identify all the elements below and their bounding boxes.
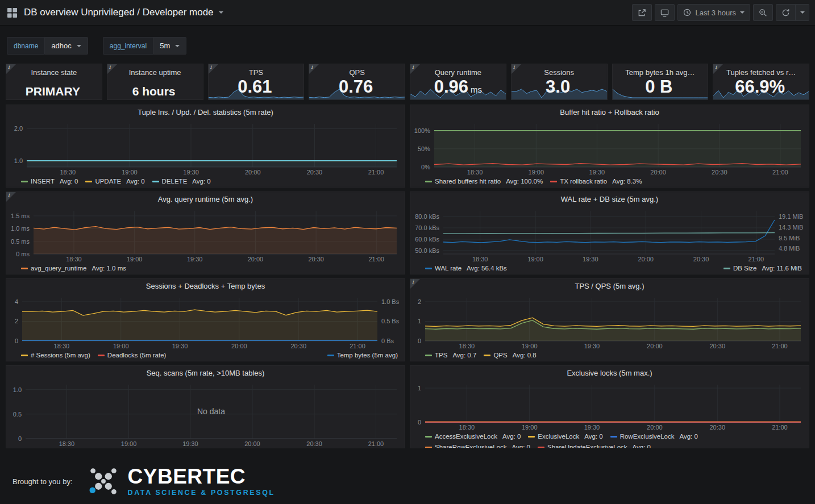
refresh-button[interactable] [776, 4, 796, 21]
svg-text:19:30: 19:30 [187, 256, 203, 263]
legend-item[interactable]: UPDATEAvg: 0 [85, 177, 144, 186]
legend-item[interactable]: Deadlocks (5m rate) [98, 351, 167, 360]
variable-value: adhoc [51, 41, 71, 50]
svg-text:20:30: 20:30 [307, 169, 323, 176]
svg-text:19:30: 19:30 [182, 440, 198, 447]
grafana-menu-icon[interactable] [0, 0, 24, 26]
svg-text:80.0 kBs: 80.0 kBs [415, 213, 439, 220]
legend-avg: Avg: 11.6 MiB [762, 264, 802, 273]
svg-text:20:00: 20:00 [647, 343, 663, 349]
svg-text:19:30: 19:30 [172, 343, 188, 349]
svg-text:20:00: 20:00 [248, 256, 264, 263]
legend-color [425, 447, 432, 448]
legend-item[interactable]: RowExclusiveLockAvg: 0 [610, 432, 698, 441]
svg-text:19:30: 19:30 [183, 169, 199, 176]
panel-title[interactable]: Buffer hit ratio + Rollback ratio [410, 105, 809, 119]
legend-item[interactable]: DELETEAvg: 0 [152, 177, 211, 186]
legend-item[interactable]: # Sessions (5m avg) [21, 351, 90, 360]
variable-agg-interval: agg_interval 5m [103, 37, 186, 55]
panel-info-icon[interactable] [209, 64, 218, 74]
legend-item[interactable]: TX rollback ratioAvg: 8.3% [550, 177, 642, 186]
svg-text:18:30: 18:30 [54, 343, 70, 349]
svg-text:1: 1 [418, 385, 421, 391]
legend-item[interactable]: ExclusiveLockAvg: 0 [528, 432, 602, 441]
panel-row-2: Avg. query runtime (5m avg.) 18:3019:001… [6, 191, 809, 274]
panel-title[interactable]: Exclusive locks (5m max.) [410, 366, 809, 380]
legend-item[interactable]: avg_query_runtimeAvg: 1.0 ms [21, 264, 126, 273]
tv-mode-button[interactable] [655, 4, 675, 21]
legend-avg: Avg: 56.4 kBs [467, 264, 507, 273]
cybertec-logo-icon [88, 465, 119, 497]
panel-title[interactable]: TPS / QPS (5m avg.) [410, 279, 809, 293]
svg-text:20:00: 20:00 [647, 424, 663, 431]
svg-text:21:00: 21:00 [772, 424, 788, 431]
zoom-out-button[interactable] [753, 4, 773, 21]
legend-color [21, 355, 28, 356]
legend-item[interactable]: ShareRowExclusiveLockAvg: 0 [425, 443, 530, 448]
navbar-actions: Last 3 hours [632, 4, 809, 21]
panel-title[interactable]: WAL rate + DB size (5m avg.) [410, 192, 809, 206]
svg-text:2: 2 [418, 298, 421, 305]
panel-info-icon[interactable] [713, 64, 723, 74]
legend-color [538, 447, 544, 448]
refresh-interval-button[interactable] [796, 4, 809, 21]
variable-dropdown[interactable]: adhoc [44, 37, 88, 55]
panel-title[interactable]: Seq. scans (5m rate, >10MB tables) [6, 366, 405, 380]
legend-color [425, 355, 432, 356]
svg-text:20:30: 20:30 [290, 343, 306, 349]
panel-row-1: Tuple Ins. / Upd. / Del. statistics (5m … [6, 105, 809, 188]
svg-text:4: 4 [15, 298, 18, 305]
legend-avg: Avg: 0 [680, 432, 698, 441]
legend: # Sessions (5m avg)Deadlocks (5m rate)Te… [6, 350, 405, 361]
stat-value: 6 hours [132, 85, 176, 98]
svg-text:20:30: 20:30 [693, 256, 709, 263]
panel-info-icon[interactable] [6, 64, 16, 74]
stat-panel-sessions: Sessions 3.0 [511, 64, 608, 100]
time-picker-button[interactable]: Last 3 hours [677, 4, 750, 21]
svg-text:21:00: 21:00 [368, 256, 384, 263]
plot-area: 18:3019:0019:3020:0020:3021:0000.51.0No … [6, 380, 405, 448]
legend-color [550, 181, 557, 182]
stat-title: Instance state [31, 68, 77, 77]
stat-value: 3.0 [546, 77, 570, 97]
panel-info-icon[interactable] [309, 64, 319, 74]
legend: TPSAvg: 0.7QPSAvg: 0.8 [410, 350, 809, 361]
legend-item[interactable]: AccessExclusiveLockAvg: 0 [425, 432, 521, 441]
legend-item[interactable]: INSERTAvg: 0 [21, 177, 78, 186]
dashboard-title[interactable]: DB overview Unprivileged / Developer mod… [24, 7, 223, 18]
legend-label: DELETE [162, 177, 188, 186]
stat-panel-instance-state: Instance state PRIMARY [6, 64, 102, 100]
legend-label: ShareUpdateExclusiveLock [547, 443, 627, 448]
variable-dbname: dbname adhoc [7, 37, 88, 55]
legend-label: avg_query_runtime [31, 264, 86, 273]
legend-item[interactable]: DB SizeAvg: 11.6 MiB [723, 264, 802, 273]
svg-text:14.3 MiB: 14.3 MiB [779, 224, 803, 231]
variable-label: dbname [7, 37, 44, 55]
time-range-label: Last 3 hours [695, 9, 736, 17]
legend-item[interactable]: TPSAvg: 0.7 [425, 351, 476, 360]
refresh-icon [781, 9, 790, 17]
stat-panel-tuples-fetched: Tuples fetched vs r… 66.9% [713, 64, 809, 100]
cybertec-logo: CYBERTEC DATA SCIENCE & POSTGRESQL [88, 465, 275, 497]
brand-name: CYBERTEC [128, 466, 275, 487]
panel-info-icon[interactable] [512, 64, 521, 74]
legend-color [528, 436, 535, 438]
legend-avg: Avg: 1.0 ms [92, 264, 126, 273]
legend: Shared buffers hit ratioAvg: 100.0%TX ro… [410, 176, 809, 187]
stat-panel-qps: QPS 0.76 [309, 64, 405, 100]
brought-by-label: Brought to you by: [13, 477, 73, 486]
panel-info-icon[interactable] [410, 64, 420, 74]
panel-title[interactable]: Avg. query runtime (5m avg.) [6, 192, 405, 206]
legend-item[interactable]: QPSAvg: 0.8 [484, 351, 536, 360]
panel-info-icon[interactable] [107, 64, 117, 74]
panel-info-icon[interactable] [410, 279, 420, 289]
panel-title[interactable]: Sessions + Deadlocks + Temp bytes [6, 279, 405, 293]
legend-item[interactable]: Temp bytes (5m avg) [327, 351, 398, 360]
legend-item[interactable]: ShareUpdateExclusiveLockAvg: 0 [538, 443, 651, 448]
legend-item[interactable]: WAL rateAvg: 56.4 kBs [425, 264, 507, 273]
panel-title[interactable]: Tuple Ins. / Upd. / Del. statistics (5m … [6, 105, 405, 119]
legend-item[interactable]: Shared buffers hit ratioAvg: 100.0% [425, 177, 543, 186]
panel-info-icon[interactable] [6, 192, 16, 202]
variable-dropdown[interactable]: 5m [153, 37, 186, 55]
share-button[interactable] [632, 4, 652, 21]
